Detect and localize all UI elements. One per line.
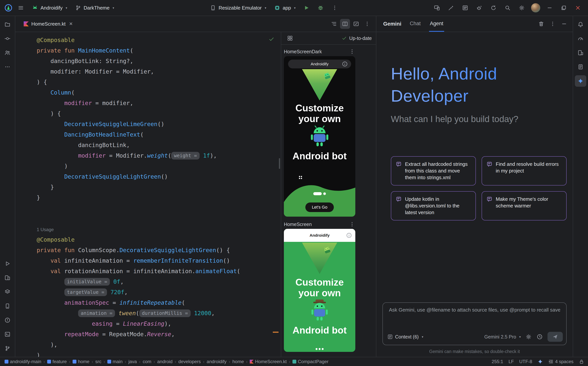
search-everywhere-button[interactable] xyxy=(501,2,514,13)
code-line[interactable]: private fun ColumnScope.DecorativeSquigg… xyxy=(37,245,281,255)
readonly-lock-icon[interactable] xyxy=(579,359,584,364)
code-line[interactable]: animationSpec = infiniteRepeatable( xyxy=(37,297,281,308)
code-line[interactable]: @Composable xyxy=(37,234,281,245)
breadcrumb-item[interactable]: com xyxy=(142,359,152,364)
code-line[interactable]: @Composable xyxy=(37,35,281,45)
breadcrumb-item[interactable]: CompactPager xyxy=(292,359,329,364)
maximize-window-button[interactable] xyxy=(557,2,570,13)
code-line[interactable]: animation = tween(durationMillis = 12000… xyxy=(37,308,281,319)
run-more-options-button[interactable] xyxy=(328,2,341,13)
code-line[interactable]: } xyxy=(37,192,281,203)
code-line[interactable]: modifier: Modifier = Modifier, xyxy=(37,66,281,77)
gemini-settings-icon[interactable] xyxy=(525,334,532,340)
code-line[interactable]: DecorativeSquiggleLightGreen() xyxy=(37,171,281,182)
editor-layout-list-button[interactable] xyxy=(329,19,339,29)
tool-window-gemini-button[interactable] xyxy=(575,75,586,87)
editor-more-button[interactable] xyxy=(362,19,372,29)
editor-scrollbar-thumb[interactable] xyxy=(279,158,280,169)
hide-panel-icon[interactable] xyxy=(561,21,567,27)
breadcrumb-item[interactable]: feature xyxy=(46,359,68,364)
breadcrumb-item[interactable]: androidify xyxy=(206,359,227,364)
breadcrumb-item[interactable]: main xyxy=(107,359,123,364)
tool-window-device-manager-button[interactable] xyxy=(2,300,13,312)
tool-window-problems-button[interactable] xyxy=(2,314,13,326)
breadcrumb-item[interactable]: home xyxy=(232,359,245,364)
ui-check-button[interactable] xyxy=(351,19,361,29)
gemini-prompt-input[interactable] xyxy=(388,307,561,313)
indent-widget[interactable]: 4 spaces xyxy=(548,359,573,364)
breadcrumb-item[interactable]: home xyxy=(72,359,90,364)
tool-window-more-tool-windows-button[interactable] xyxy=(2,61,13,73)
history-icon[interactable] xyxy=(536,334,543,340)
main-menu-button[interactable] xyxy=(15,2,27,13)
code-line[interactable]: Column( xyxy=(37,87,281,98)
code-line[interactable]: } xyxy=(37,182,281,192)
suggestion-card[interactable]: Extract all hardcoded strings from this … xyxy=(391,156,476,185)
code-line[interactable]: easing = LinearEasing), xyxy=(37,319,281,329)
lets-go-button[interactable]: Let's Go xyxy=(305,202,334,212)
code-editor[interactable]: @Composableprivate fun MainHomeContent( … xyxy=(15,32,281,357)
gemini-input-box[interactable]: Context (6) ▾ Gemini 2.5 Pro ▾ xyxy=(382,302,567,345)
code-line[interactable]: ) xyxy=(37,350,281,357)
model-selector[interactable]: Gemini 2.5 Pro ▾ xyxy=(484,334,521,340)
run-button[interactable] xyxy=(300,2,313,13)
encoding-widget[interactable]: UTF-8 xyxy=(519,359,532,364)
code-line[interactable]: val infiniteAnimation = rememberInfinite… xyxy=(37,255,281,266)
project-selector[interactable]: Androidify ▾ xyxy=(29,2,70,13)
split-editor-button[interactable] xyxy=(340,19,350,29)
caret-position-widget[interactable]: 255:1 xyxy=(492,359,503,364)
suggestion-card[interactable]: Make my Theme's color scheme warmer xyxy=(481,191,567,221)
code-line[interactable]: ) xyxy=(37,161,281,171)
tool-window-profiler-button[interactable] xyxy=(575,33,586,44)
code-line[interactable]: ) { xyxy=(37,108,281,119)
code-line[interactable]: initialValue = 0f, xyxy=(37,276,281,287)
tool-window-assistant-button[interactable] xyxy=(575,61,586,73)
tool-window-pull-requests-button[interactable] xyxy=(2,47,13,58)
tab-close-icon[interactable]: ✕ xyxy=(69,21,73,27)
user-avatar[interactable] xyxy=(531,3,540,12)
breadcrumb-item[interactable]: java xyxy=(128,359,137,364)
tab-chat[interactable]: Chat xyxy=(409,16,421,32)
device-mirroring-button[interactable] xyxy=(431,2,443,13)
code-line[interactable]: val rotationAnimation = infiniteAnimatio… xyxy=(37,266,281,276)
device-selector[interactable]: Resizable Emulator ▾ xyxy=(207,2,269,13)
more-vertical-icon[interactable] xyxy=(550,21,556,27)
sync-project-button[interactable] xyxy=(487,2,500,13)
preview-grid-view-button[interactable] xyxy=(285,33,295,43)
settings-button[interactable] xyxy=(515,2,528,13)
breadcrumb-item[interactable]: src xyxy=(95,359,102,364)
code-line[interactable]: DecorativeSquiggleLimeGreen() xyxy=(37,119,281,129)
code-line[interactable]: private fun MainHomeContent( xyxy=(37,45,281,56)
code-line[interactable]: repeatMode = RepeatMode.Reverse, xyxy=(37,329,281,339)
tool-window-running-devices-button[interactable] xyxy=(2,272,13,283)
tool-window-project-button[interactable] xyxy=(2,19,13,30)
breadcrumb-item[interactable]: androidify-main xyxy=(4,359,42,364)
code-line[interactable]: ) { xyxy=(37,77,281,87)
code-line[interactable]: dancingBotLink, xyxy=(37,140,281,150)
suggestion-card[interactable]: Find and resolve build errors in my proj… xyxy=(481,156,567,185)
tool-window-commit-button[interactable] xyxy=(2,33,13,44)
code-line[interactable]: modifier = modifier, xyxy=(37,98,281,108)
tool-window-device-explorer-button[interactable] xyxy=(575,47,586,58)
tool-window-build-button[interactable] xyxy=(2,286,13,297)
suggestion-card[interactable]: Update kotlin in @libs.version.toml to t… xyxy=(391,191,476,221)
tool-window-terminal-button[interactable] xyxy=(2,328,13,340)
breadcrumb-item[interactable]: HomeScreen.kt xyxy=(249,359,287,364)
preview-homescreen[interactable]: Androidify Customize your own Android bo… xyxy=(284,229,355,352)
breadcrumb-item[interactable]: developers xyxy=(178,359,202,364)
breadcrumb-item[interactable]: android xyxy=(156,359,173,364)
tab-agent[interactable]: Agent xyxy=(429,16,444,32)
tool-window-run-button[interactable] xyxy=(2,258,13,269)
trash-icon[interactable] xyxy=(538,21,544,27)
tool-window-notifications-button[interactable] xyxy=(575,19,586,30)
code-line[interactable] xyxy=(37,213,281,224)
code-line[interactable] xyxy=(37,203,281,213)
run-config-selector[interactable]: app ▾ xyxy=(271,2,298,13)
more-vertical-icon[interactable] xyxy=(349,221,355,228)
ai-debug-button[interactable] xyxy=(473,2,486,13)
tool-window-version-control-button[interactable] xyxy=(2,343,13,354)
code-line[interactable]: targetValue = 720f, xyxy=(37,287,281,297)
context-selector[interactable]: Context (6) ▾ xyxy=(387,334,423,340)
send-button[interactable] xyxy=(548,332,563,342)
more-vertical-icon[interactable] xyxy=(349,48,355,55)
